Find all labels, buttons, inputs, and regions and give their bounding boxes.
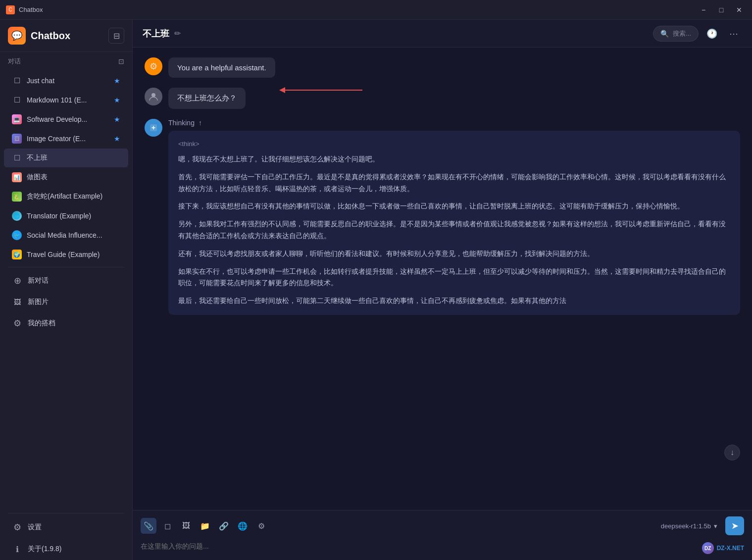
new-chat-action[interactable]: ⊕ 新对话: [4, 270, 128, 291]
chat-title: 不上班: [143, 28, 169, 40]
ai-message: Thinking ↑ <think> 嗯，我现在不太想上班了。让我仔细想想该怎么…: [145, 119, 740, 315]
star-icon-2: ★: [114, 96, 120, 104]
close-button[interactable]: ✕: [732, 3, 746, 17]
model-selector[interactable]: deepseek-r1:1.5b ▾: [656, 520, 722, 532]
watermark-text: DZ-X.NET: [717, 545, 744, 552]
sidebar-item-translator[interactable]: 🌐 Translator (Example): [4, 206, 128, 225]
new-image-action[interactable]: 🖼 新图片: [4, 292, 128, 312]
input-toolbar: 📎 ◻ 🖼 📁 🔗 🌐 ⚙ deepseek-r1:1.5b ▾ ➤: [141, 516, 744, 535]
titlebar-left: C Chatbox: [6, 5, 43, 14]
maximize-button[interactable]: □: [714, 3, 728, 17]
twitter-icon: 🐦: [12, 230, 22, 240]
archive-icon[interactable]: ⊡: [118, 57, 124, 65]
arrow-annotation: [283, 90, 362, 91]
user-message: 不想上班怎么办？: [145, 88, 740, 109]
about-item[interactable]: ℹ 关于(1.9.8): [4, 539, 128, 560]
eraser-button[interactable]: ◻: [159, 518, 175, 534]
sidebar-item-label: 贪吃蛇(Artifact Example): [27, 192, 120, 201]
sidebar-item-chart[interactable]: 📊 做图表: [4, 168, 128, 187]
folder-button[interactable]: 📁: [197, 518, 213, 534]
send-button[interactable]: ➤: [725, 516, 744, 535]
brand-name: Chatbox: [31, 30, 70, 42]
ai-para-5: 还有，我还可以考虑找朋友或者家人聊聊，听听他们的看法和建议。有时候和别人分享意见…: [178, 248, 730, 260]
chevron-down-icon: ▾: [714, 522, 717, 530]
more-options-button[interactable]: ⋯: [725, 25, 742, 42]
sliders-button[interactable]: ⚙: [253, 518, 269, 534]
search-box[interactable]: 🔍 搜索...: [653, 26, 699, 42]
snake-icon: 🐍: [12, 192, 22, 202]
star-icon-3: ★: [114, 115, 120, 123]
ai-avatar: [145, 119, 162, 137]
brand: 💬 Chatbox: [8, 27, 70, 45]
thinking-expand-icon[interactable]: ↑: [199, 119, 202, 127]
globe-button[interactable]: 🌐: [235, 518, 251, 534]
software-icon: 💻: [12, 114, 22, 124]
edit-title-icon[interactable]: ✏: [174, 29, 181, 38]
user-bubble: 不想上班怎么办？: [168, 88, 246, 109]
sidebar-items-list: ☐ Just chat ★ ☐ Markdown 101 (E... ★ 💻 S…: [0, 69, 132, 510]
app-icon: C: [6, 5, 15, 14]
settings-label: 设置: [28, 523, 42, 532]
window-controls: − □ ✕: [697, 3, 746, 17]
sidebar-item-software[interactable]: 💻 Software Develop... ★: [4, 110, 128, 129]
section-label: 对话: [8, 57, 21, 66]
history-button[interactable]: 🕐: [703, 25, 720, 42]
user-content: 不想上班怎么办？: [177, 94, 237, 102]
sidebar-item-label: Software Develop...: [27, 115, 109, 123]
new-image-icon: 🖼: [12, 297, 23, 307]
sidebar-item-markdown[interactable]: ☐ Markdown 101 (E... ★: [4, 91, 128, 109]
image-button[interactable]: 🖼: [178, 518, 194, 534]
minimize-button[interactable]: −: [697, 3, 710, 17]
star-icon: ★: [114, 77, 120, 85]
translator-icon: 🌐: [12, 211, 22, 221]
sidebar-item-no-work[interactable]: ☐ 不上班: [4, 149, 128, 167]
my-partner-action[interactable]: ⚙ 我的搭档: [4, 313, 128, 334]
sidebar-item-label: 做图表: [27, 173, 120, 182]
chat-title-area: 不上班 ✏: [143, 28, 181, 40]
attach-button[interactable]: 📎: [141, 518, 156, 534]
think-tag: <think>: [178, 139, 730, 150]
messages-wrapper: ⚙ You are a helpful assistant. 不想上班怎么: [133, 48, 752, 510]
sidebar-item-social[interactable]: 🐦 Social Media Influence...: [4, 226, 128, 245]
chat-header-actions: 🔍 搜索... 🕐 ⋯: [653, 25, 742, 42]
titlebar: C Chatbox − □ ✕: [0, 0, 752, 20]
model-name: deepseek-r1:1.5b: [661, 522, 711, 530]
sidebar-item-label: Social Media Influence...: [27, 231, 120, 239]
sidebar-item-just-chat[interactable]: ☐ Just chat ★: [4, 71, 128, 90]
user-avatar: [145, 88, 162, 105]
sidebar-item-label: Markdown 101 (E...: [27, 96, 109, 104]
search-icon: 🔍: [660, 30, 669, 38]
thinking-header: Thinking ↑: [168, 119, 740, 127]
info-icon: ℹ: [12, 544, 23, 555]
thinking-label: Thinking: [168, 119, 195, 127]
chat-area: 不上班 ✏ 🔍 搜索... 🕐 ⋯ ⚙ You are a helpful as: [133, 20, 752, 560]
sidebar-item-image-creator[interactable]: 🖼 Image Creator (E... ★: [4, 129, 128, 148]
scroll-to-bottom-button[interactable]: ↓: [724, 445, 740, 460]
svg-point-0: [151, 93, 155, 97]
link-button[interactable]: 🔗: [216, 518, 232, 534]
chat-icon: ☐: [12, 76, 22, 86]
system-avatar: ⚙: [145, 57, 162, 75]
message-input[interactable]: [141, 540, 744, 552]
messages-container: ⚙ You are a helpful assistant. 不想上班怎么: [133, 48, 752, 510]
settings-item[interactable]: ⚙ 设置: [4, 517, 128, 538]
sidebar-item-snake[interactable]: 🐍 贪吃蛇(Artifact Example): [4, 187, 128, 206]
sidebar-divider: [8, 267, 124, 267]
ai-para-2: 首先，我可能需要评估一下自己的工作压力。最近是不是真的觉得累或者没效率？如果现在…: [178, 171, 730, 195]
sidebar-collapse-button[interactable]: ⊟: [108, 28, 124, 44]
brand-icon: 💬: [8, 27, 26, 45]
watermark: DZ DZ-X.NET: [702, 542, 744, 554]
sidebar-item-label: Image Creator (E...: [27, 135, 109, 143]
ai-para-3: 接下来，我应该想想自己有没有其他的事情可以做，比如休息一下或者做一些自己喜欢的事…: [178, 201, 730, 212]
sidebar-item-travel[interactable]: 🌍 Travel Guide (Example): [4, 245, 128, 264]
sidebar-header: 💬 Chatbox ⊟: [0, 20, 132, 52]
conversations-section: 对话 ⊡: [0, 52, 132, 69]
system-content: You are a helpful assistant.: [177, 63, 266, 72]
system-bubble: You are a helpful assistant.: [168, 57, 275, 78]
partner-icon: ⚙: [12, 318, 23, 329]
titlebar-title: Chatbox: [19, 6, 43, 13]
system-message: ⚙ You are a helpful assistant.: [145, 57, 740, 78]
new-chat-icon: ⊕: [12, 275, 23, 286]
chart-icon: 📊: [12, 172, 22, 182]
sidebar: 💬 Chatbox ⊟ 对话 ⊡ ☐ Just chat ★ ☐ Markdow…: [0, 20, 133, 560]
